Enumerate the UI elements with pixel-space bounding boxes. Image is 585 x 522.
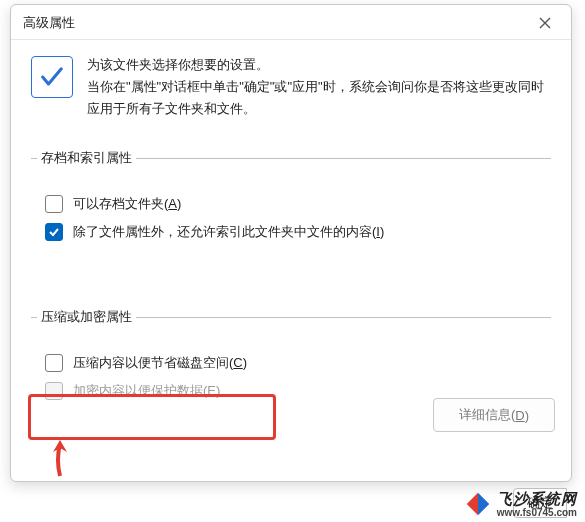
archive-checkbox[interactable] [45,195,63,213]
compress-checkbox[interactable] [45,354,63,372]
compress-row[interactable]: 压缩内容以便节省磁盘空间(C) [45,354,543,372]
archive-index-group: 存档和索引属性 可以存档文件夹(A) 除了文件属性外，还允许索引此文件夹中文件 [31,140,551,269]
close-button[interactable] [527,11,563,35]
index-row[interactable]: 除了文件属性外，还允许索引此文件夹中文件的内容(I) [45,223,543,241]
watermark-url: www.fs0745.com [497,507,577,518]
index-label: 除了文件属性外，还允许索引此文件夹中文件的内容(I) [73,223,384,241]
property-icon [31,56,73,98]
intro-line1: 为该文件夹选择你想要的设置。 [87,54,551,76]
compress-label: 压缩内容以便节省磁盘空间(C) [73,354,247,372]
encrypt-checkbox [45,382,63,400]
intro-line2: 当你在"属性"对话框中单击"确定"或"应用"时，系统会询问你是否将这些更改同时应… [87,76,551,120]
intro-text: 为该文件夹选择你想要的设置。 当你在"属性"对话框中单击"确定"或"应用"时，系… [87,54,551,120]
index-checkbox[interactable] [45,223,63,241]
archive-label: 可以存档文件夹(A) [73,195,181,213]
intro-section: 为该文件夹选择你想要的设置。 当你在"属性"对话框中单击"确定"或"应用"时，系… [31,54,551,120]
watermark-logo-icon [465,491,491,517]
archive-group-legend: 存档和索引属性 [37,149,136,167]
compress-group-legend: 压缩或加密属性 [37,308,136,326]
titlebar: 高级属性 [11,5,571,40]
watermark-name: 飞沙系统网 [497,491,577,508]
watermark: 飞沙系统网 www.fs0745.com [465,491,577,519]
archive-row[interactable]: 可以存档文件夹(A) [45,195,543,213]
dialog-title: 高级属性 [23,14,75,32]
close-icon [539,17,551,29]
details-button: 详细信息(D) [433,398,555,432]
encrypt-label: 加密内容以便保护数据(E) [73,382,220,400]
